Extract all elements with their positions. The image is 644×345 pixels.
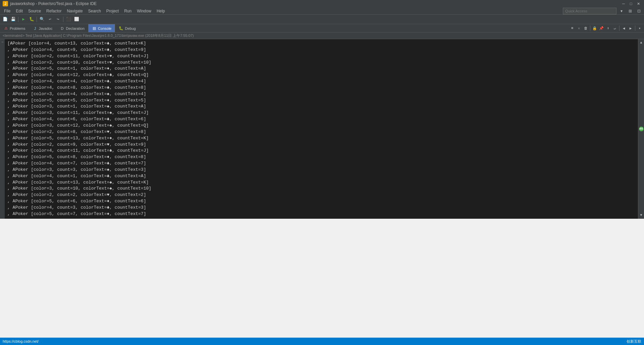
tab-console-label: Console (98, 26, 111, 30)
tab-javadoc[interactable]: J Javadoc (29, 24, 56, 32)
status-bar-right: 创新互联 (627, 339, 641, 344)
menu-refactor[interactable]: Refactor (44, 8, 64, 14)
console-line: [APoker [color=4, count=13, colorText=♣,… (7, 41, 635, 47)
sidebar-icon-1[interactable]: ▲ (639, 40, 644, 45)
sidebar-icon-2 (639, 47, 644, 125)
console-line: , APoker [color=4, count=4, colorText=♣,… (7, 78, 635, 85)
toolbar-sep-2 (37, 17, 37, 22)
console-line: , APoker [color=5, count=13, colorText=♦… (7, 135, 635, 142)
console-line: , APoker [color=4, count=1, colorText=♣,… (7, 173, 635, 180)
console-line: , APoker [color=4, count=11, colorText=♣… (7, 148, 635, 154)
console-line: , APoker [color=4, count=8, colorText=♣,… (7, 85, 635, 91)
run-btn[interactable]: ▶ (20, 16, 27, 23)
toolbar-sep-1 (18, 17, 18, 22)
javadoc-icon: J (33, 26, 37, 31)
console-sep-2 (619, 25, 620, 31)
debug-icon: 🐛 (119, 26, 123, 31)
toolbar-btn-5[interactable]: ⬛ (65, 16, 72, 23)
quick-access-area: ▾ ⊞ ⊡ (563, 7, 643, 15)
console-tabs-row: ⚠ Problems J Javadoc D Declaration ▤ Con… (0, 24, 644, 32)
toolbar-btn-6[interactable]: ⬜ (73, 16, 80, 23)
console-icon: ▤ (92, 26, 97, 31)
console-open-btn[interactable]: ⬆ (605, 25, 611, 31)
console-line: , APoker [color=2, count=2, colorText=♥,… (7, 192, 635, 198)
title-bar: J javaworkshop - Poker/src/Test.java - E… (0, 0, 644, 7)
console-line: , APoker [color=2, count=8, colorText=♥,… (7, 129, 635, 135)
save-btn[interactable]: 💾 (9, 16, 17, 23)
console-line: , APoker [color=3, count=12, colorText=♠… (7, 123, 635, 129)
sidebar-icon-5[interactable]: ▼ (639, 213, 644, 218)
quick-access-input[interactable] (563, 8, 616, 14)
tab-debug-label: Debug (125, 26, 136, 30)
status-bar-left: https://cblog.csdn.net/ (3, 339, 39, 343)
menu-window[interactable]: Window (134, 8, 154, 14)
console-sep-3 (635, 25, 635, 31)
maximize-button[interactable]: □ (628, 1, 634, 7)
title-bar-left: J javaworkshop - Poker/src/Test.java - E… (3, 1, 97, 6)
quick-access-btn[interactable]: ▾ (618, 7, 625, 15)
console-line: , APoker [color=5, count=1, colorText=♦,… (7, 66, 635, 72)
console-line: , APoker [color=5, count=6, colorText=♦,… (7, 198, 635, 205)
toolbar-btn-4[interactable]: ↪ (54, 16, 62, 23)
menu-help[interactable]: Help (154, 8, 168, 14)
console-line: , APoker [color=2, count=9, colorText=♥,… (7, 142, 635, 148)
console-line: , APoker [color=4, count=12, colorText=♣… (7, 72, 635, 78)
console-word-wrap-btn[interactable]: ↵ (612, 25, 618, 31)
console-terminate-btn[interactable]: ■ (569, 25, 575, 31)
close-button[interactable]: ✕ (635, 1, 641, 7)
console-line: , APoker [color=5, count=5, colorText=♦,… (7, 97, 635, 104)
console-prev-btn[interactable]: ◀ (621, 25, 627, 31)
console-line: , APoker [color=2, count=11, colorText=♥… (7, 53, 635, 60)
console-line: , APoker [color=5, count=8, colorText=♦,… (7, 154, 635, 160)
declaration-icon: D (60, 26, 64, 31)
console-line: , APoker [color=3, count=11, colorText=♠… (7, 110, 635, 116)
console-remove-btn[interactable]: ✕ (576, 25, 582, 31)
menu-project[interactable]: Project (104, 8, 121, 14)
console-container: ⚠ Problems J Javadoc D Declaration ▤ Con… (0, 24, 644, 219)
toolbar-icon2[interactable]: ⊡ (635, 7, 643, 15)
perspective-btn[interactable]: ⊞ (627, 7, 634, 15)
tab-declaration[interactable]: D Declaration (56, 24, 88, 32)
tab-javadoc-label: Javadoc (39, 26, 52, 30)
console-line: , APoker [color=3, count=3, colorText=♠,… (7, 167, 635, 173)
console-line: , APoker [color=3, count=13, colorText=♠… (7, 180, 635, 186)
menu-source[interactable]: Source (25, 8, 44, 14)
console-pin-btn[interactable]: 📌 (598, 25, 604, 31)
title-bar-controls[interactable]: ─ □ ✕ (621, 1, 641, 7)
search-btn[interactable]: 🔍 (38, 16, 46, 23)
menu-run[interactable]: Run (121, 8, 134, 14)
console-line: , APoker [color=4, count=3, colorText=♣,… (7, 205, 635, 211)
menu-bar: File Edit Source Refactor Navigate Searc… (0, 7, 644, 15)
console-next-btn[interactable]: ▶ (628, 25, 634, 31)
new-btn[interactable]: 📄 (1, 16, 9, 23)
view-area: → [APoker [color=4, count=13, colorText=… (0, 39, 644, 219)
console-output[interactable]: [APoker [color=4, count=13, colorText=♣,… (5, 39, 638, 219)
debug-btn[interactable]: 🐛 (28, 16, 35, 23)
right-sidebar: ▲ 45 ▼ (638, 39, 644, 219)
main-toolbar: 📄 💾 ▶ 🐛 🔍 ↩ ↪ ⬛ ⬜ (0, 15, 644, 24)
console-sep-1 (590, 25, 590, 31)
gutter-icon-1[interactable]: → (0, 40, 5, 45)
menu-search[interactable]: Search (86, 8, 104, 14)
console-scroll-lock-btn[interactable]: 🔒 (592, 25, 598, 31)
tab-console[interactable]: ▤ Console (88, 24, 115, 32)
console-view-menu-btn[interactable]: ▾ (637, 25, 643, 31)
console-line: , APoker [color=3, count=4, colorText=♠,… (7, 91, 635, 97)
left-gutter: → (0, 39, 5, 219)
console-line: , APoker [color=3, count=10, colorText=♠… (7, 186, 635, 192)
menu-file[interactable]: File (1, 8, 13, 14)
status-bar-right-text: 创新互联 (627, 339, 641, 344)
toolbar-btn-3[interactable]: ↩ (46, 16, 54, 23)
console-line: , APoker [color=3, count=1, colorText=♠,… (7, 104, 635, 110)
title-text: javaworkshop - Poker/src/Test.java - Ecl… (10, 1, 97, 6)
sidebar-icon-4 (639, 133, 644, 211)
tab-problems[interactable]: ⚠ Problems (0, 24, 29, 32)
menu-navigate[interactable]: Navigate (64, 8, 85, 14)
minimize-button[interactable]: ─ (621, 1, 627, 7)
console-line: , APoker [color=4, count=7, colorText=♣,… (7, 160, 635, 167)
console-line: , APoker [color=2, count=10, colorText=♥… (7, 60, 635, 66)
console-line: , APoker [color=4, count=9, colorText=♣,… (7, 47, 635, 53)
console-clear-btn[interactable]: 🗑 (583, 25, 589, 31)
tab-debug[interactable]: 🐛 Debug (115, 24, 139, 32)
menu-edit[interactable]: Edit (13, 8, 25, 14)
